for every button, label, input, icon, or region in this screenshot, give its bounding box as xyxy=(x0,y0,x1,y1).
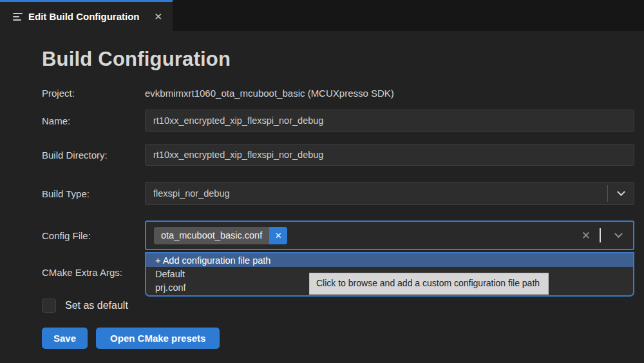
tab-title: Edit Build Configuration xyxy=(28,11,146,22)
clear-all-icon[interactable]: ✕ xyxy=(582,230,591,241)
chevron-down-icon[interactable] xyxy=(608,191,634,197)
dropdown-item-add-config-path[interactable]: + Add configuration file path xyxy=(146,253,633,267)
tab-bar: Edit Build Configuration ✕ xyxy=(0,0,644,31)
set-as-default-row: Set as default xyxy=(42,299,634,313)
set-as-default-checkbox[interactable] xyxy=(42,299,56,313)
config-file-row: Config File: ota_mcuboot_basic.conf ✕ ✕ … xyxy=(42,221,634,250)
set-as-default-label: Set as default xyxy=(65,300,128,311)
config-file-chip: ota_mcuboot_basic.conf ✕ xyxy=(154,227,287,244)
build-type-row: Build Type: flexspi_nor_debug xyxy=(42,182,634,205)
open-cmake-presets-button[interactable]: Open CMake presets xyxy=(96,328,220,349)
config-file-chip-label: ota_mcuboot_basic.conf xyxy=(154,227,269,244)
editor-content: Build Configuration Project: evkbmimxrt1… xyxy=(0,31,644,363)
project-value: evkbmimxrt1060_ota_mcuboot_basic (MCUXpr… xyxy=(145,88,634,99)
project-label: Project: xyxy=(42,88,145,99)
build-type-select[interactable]: flexspi_nor_debug xyxy=(145,182,634,205)
build-directory-label: Build Directory: xyxy=(42,150,145,161)
build-directory-row: Build Directory: xyxy=(42,144,634,166)
build-config-list-icon xyxy=(13,13,23,21)
tab-close-icon[interactable]: ✕ xyxy=(151,10,165,23)
browse-tooltip: Click to browse and add a custom configu… xyxy=(309,273,549,295)
action-buttons: Save Open CMake presets xyxy=(42,328,634,349)
chevron-down-icon[interactable] xyxy=(610,233,627,239)
text-caret xyxy=(600,228,601,242)
tab-edit-build-configuration[interactable]: Edit Build Configuration ✕ xyxy=(0,0,173,31)
project-row: Project: evkbmimxrt1060_ota_mcuboot_basi… xyxy=(42,88,634,99)
name-label: Name: xyxy=(42,115,145,126)
save-button[interactable]: Save xyxy=(42,328,88,349)
build-directory-input[interactable] xyxy=(145,144,634,166)
build-type-label: Build Type: xyxy=(42,188,145,199)
name-row: Name: xyxy=(42,110,634,132)
config-file-multiselect[interactable]: ota_mcuboot_basic.conf ✕ ✕ xyxy=(145,221,634,250)
cmake-extra-args-label: CMake Extra Args: xyxy=(42,267,145,278)
page-title: Build Configuration xyxy=(42,48,634,71)
config-file-label: Config File: xyxy=(42,230,145,241)
chip-remove-icon[interactable]: ✕ xyxy=(269,227,287,244)
build-type-value: flexspi_nor_debug xyxy=(146,188,607,199)
name-input[interactable] xyxy=(145,110,634,132)
